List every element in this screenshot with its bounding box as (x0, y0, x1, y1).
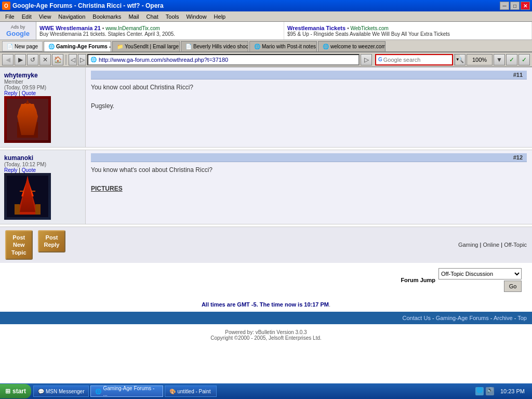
gaming-link[interactable]: Gaming (458, 242, 478, 248)
stop-button[interactable]: ✕ (39, 54, 51, 65)
tab-mario-label: Mario with Post-it notes ~ ... (262, 44, 317, 49)
menu-mail[interactable]: Mail (125, 12, 142, 21)
tab-bar: 📄 New page 🌐 Gaming-Age Forums - Chr... … (0, 40, 532, 52)
menu-bookmarks[interactable]: Bookmarks (89, 12, 124, 21)
svg-point-1 (18, 103, 37, 126)
taskbar-msn[interactable]: 💬 MSN Messenger (33, 385, 89, 397)
svg-rect-0 (7, 99, 48, 140)
ads-by-label: Ads by (11, 24, 25, 30)
svg-point-4 (21, 109, 26, 114)
svg-rect-3 (17, 122, 38, 138)
forum-jump-select[interactable]: Off-Topic Discussion Gaming Online Gener… (438, 268, 522, 280)
post-line-12-1: You know what's cool about Christina Ric… (91, 165, 527, 175)
reply-link-11[interactable]: Reply (4, 90, 18, 96)
home-button[interactable]: 🏠 (52, 54, 63, 65)
gmt-text: All times are GMT -5. The time now is 10… (0, 297, 532, 312)
ad-right-url: WebTickets.com (350, 25, 388, 31)
menu-view[interactable]: View (36, 12, 55, 21)
username-12: kumanoki (4, 154, 81, 162)
google-search-icon: G (378, 57, 382, 62)
ad-attribution: Ads by Google (0, 22, 36, 39)
start-button[interactable]: ⊞ start (0, 384, 31, 398)
powered-footer: Powered by: vBulletin Version 3.0.3 Copy… (0, 324, 532, 346)
tab-new-page[interactable]: 📄 New page (2, 41, 43, 51)
ad-right-title[interactable]: Wrestlemania Tickets (287, 25, 345, 31)
post-reply-button[interactable]: PostReply (38, 230, 66, 260)
extra-button[interactable]: ✓ (518, 54, 530, 65)
tray-icon-volume: 🔊 (486, 387, 494, 395)
tab-beverly-hills[interactable]: 📄 Beverly Hills video shoot - ... (181, 41, 248, 51)
archive-link[interactable]: Archive (494, 315, 513, 321)
quote-link-12[interactable]: Quote (22, 167, 36, 173)
top-link[interactable]: Top (517, 315, 527, 321)
ad-bar: Ads by Google WWE Wrestlemania 21 • www.… (0, 22, 532, 40)
tab-beverly-label: Beverly Hills video shoot - ... (193, 44, 248, 49)
go-forward-button[interactable]: ▷ (78, 54, 86, 65)
gaming-age-link[interactable]: Gaming-Age Forums (436, 315, 489, 321)
close-button[interactable]: ✕ (521, 2, 530, 10)
gmt-time: 10:17 PM (304, 301, 329, 308)
validate-button[interactable]: ✓ (506, 54, 517, 65)
go-button[interactable]: ▷ (361, 54, 372, 65)
dark-footer: Contact Us - Gaming-Age Forums - Archive… (0, 312, 532, 324)
menu-help[interactable]: Help (211, 12, 229, 21)
back-button[interactable]: ◀ (2, 54, 14, 65)
search-input[interactable] (383, 57, 455, 63)
powered-line2: Copyright ©2000 - 2005, Jelsoft Enterpri… (5, 335, 527, 341)
menu-file[interactable]: File (2, 12, 18, 21)
post-left-12: kumanoki (Today, 10:12 PM) Reply | Quote (0, 150, 86, 224)
menu-navigation[interactable]: Navigation (55, 12, 88, 21)
taskbar-tray: 🌐 🔊 10:23 PM (472, 387, 532, 395)
post-new-topic-button[interactable]: PostNewTopic (5, 230, 33, 260)
address-bar[interactable]: 🌐 http://www.ga-forum.com/showthread.php… (87, 54, 360, 65)
tab-yousendit-label: YouSendIt | Email large file... (125, 44, 180, 49)
tab-mario[interactable]: 🌐 Mario with Post-it notes ~ ... (249, 41, 317, 51)
forum-jump-go-button[interactable]: Go (504, 281, 522, 292)
menu-tools[interactable]: Tools (163, 12, 182, 21)
forum-jump-area: Forum Jump Off-Topic Discussion Gaming O… (0, 263, 532, 297)
offtopic-link[interactable]: Off-Topic (504, 242, 527, 248)
tab-yousendit-icon: 📁 (117, 44, 123, 49)
tab-yousendit[interactable]: 📁 YouSendIt | Email large file... (112, 41, 180, 51)
powered-line1: Powered by: vBulletin Version 3.0.3 (5, 329, 527, 335)
reply-link-12[interactable]: Reply (4, 167, 18, 173)
menu-edit[interactable]: Edit (19, 12, 35, 21)
contact-us-link[interactable]: Contact Us (402, 315, 430, 321)
taskbar-gaming-age[interactable]: 🌐 Gaming-Age Forums - ... (90, 385, 163, 397)
ad-left-url: www.InDemandTix.com (105, 25, 160, 31)
ad-left-column[interactable]: WWE Wrestlemania 21 • www.InDemandTix.co… (36, 22, 284, 39)
zoom-dropdown[interactable]: ▼ (494, 54, 505, 65)
msn-label: MSN Messenger (46, 389, 84, 394)
taskbar-paint[interactable]: 🎨 untitled - Paint (165, 385, 217, 397)
tab-weezer[interactable]: 🌐 welcome to weezer.com (318, 41, 385, 51)
menu-window[interactable]: Window (183, 12, 209, 21)
search-box[interactable]: G ▼ (375, 54, 453, 65)
menu-bar: File Edit View Navigation Bookmarks Mail… (0, 11, 532, 22)
menu-chat[interactable]: Chat (143, 12, 162, 21)
window-title: Google-Age Forums - Christina Ricci - wt… (12, 2, 164, 9)
avatar-12 (4, 173, 51, 220)
forward-button[interactable]: ▶ (15, 54, 26, 65)
restore-button[interactable]: □ (510, 2, 520, 10)
taskbar: ⊞ start 💬 MSN Messenger 🌐 Gaming-Age For… (0, 383, 532, 399)
user-time-11: (Today, 09:59 PM) (4, 85, 81, 90)
address-text[interactable]: http://www.ga-forum.com/showthread.php?t… (99, 57, 356, 63)
search-dropdown[interactable]: ▼ (455, 55, 460, 65)
main-content: whytemyke Member (Today, 09:59 PM) Reply… (0, 67, 532, 383)
post-actions-bar: PostNewTopic PostReply Gaming | Online |… (0, 227, 532, 263)
reload-button[interactable]: ↺ (27, 54, 38, 65)
footer-sep1: - (432, 315, 436, 321)
post-content-11: You know cool about Christina Ricci? Pug… (91, 83, 527, 111)
ad-left-title[interactable]: WWE Wrestlemania 21 (39, 25, 101, 31)
tab-weezer-icon: 🌐 (323, 44, 329, 49)
go-back-button[interactable]: ◁ (69, 54, 77, 65)
start-label: start (12, 388, 26, 395)
tab-gaming-age[interactable]: 🌐 Gaming-Age Forums - Chr... (44, 41, 111, 51)
post-row-12: kumanoki (Today, 10:12 PM) Reply | Quote (0, 150, 532, 224)
minimize-button[interactable]: ─ (500, 2, 509, 10)
quote-link-11[interactable]: Quote (22, 90, 36, 96)
windows-logo: ⊞ (5, 388, 10, 395)
online-link[interactable]: Online (483, 242, 499, 248)
ad-left-desc: Buy Wrestlemania 21 tickets. Staples Cen… (39, 31, 281, 37)
ad-right-column[interactable]: Wrestlemania Tickets • WebTickets.com $9… (284, 22, 532, 39)
